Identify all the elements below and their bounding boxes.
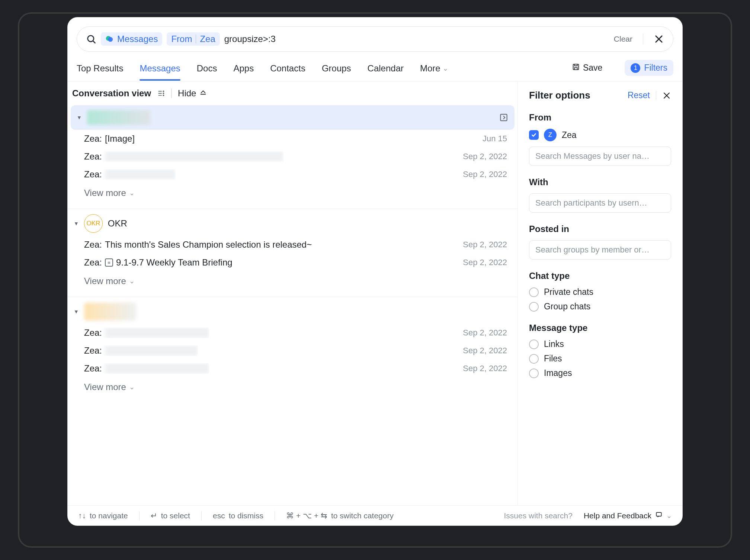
tab-more[interactable]: More ⌄ [420,56,448,80]
search-chip-messages[interactable]: Messages [101,32,162,46]
msg-date: Sep 2, 2022 [463,364,507,373]
caret-down-icon[interactable]: ▼ [77,115,82,120]
chip-divider [196,35,196,44]
message-row[interactable]: Zea: Sep 2, 2022 [68,360,517,377]
message-row[interactable]: Zea: Sep 2, 2022 [68,165,517,183]
msg-author: Zea: [84,133,102,144]
svg-point-3 [108,37,113,42]
view-more-button[interactable]: View more ⌄ [68,271,517,295]
group-header[interactable]: ▼ [68,299,517,324]
radio-group-chats[interactable]: Group chats [529,302,671,312]
reset-button[interactable]: Reset [628,90,650,100]
msg-author: Zea: [84,151,102,162]
svg-point-10 [163,91,164,91]
caret-down-icon[interactable]: ▼ [74,309,79,315]
dismiss-label: to dismiss [229,511,263,520]
esc-key: esc [213,511,225,520]
footer-bar: ↑↓ to navigate ↵ to select esc to dismis… [68,505,682,525]
chip-label: Messages [117,34,158,44]
search-bar[interactable]: Messages From Zea groupsize>:3 Clear [77,26,673,52]
filters-button[interactable]: 1 Filters [625,60,673,76]
msg-date: Jun 15 [483,134,507,144]
group-header[interactable]: ▼ [71,105,515,130]
view-more-label: View more [84,188,126,198]
radio-images[interactable]: Images [529,368,671,378]
radio-links[interactable]: Links [529,339,671,349]
filters-count: 1 [631,63,640,73]
radio-label: Group chats [544,302,590,312]
search-chip-from[interactable]: From Zea [167,32,219,46]
conversation-view-title: Conversation view [72,88,151,99]
doc-icon: ≡ [105,258,113,267]
help-label: Help and Feedback [584,511,651,520]
conversation-view-header: Conversation view Hide [68,81,517,105]
help-feedback-button[interactable]: Help and Feedback ⌄ [584,511,672,520]
posted-in-search-input[interactable] [529,240,671,260]
tab-contacts[interactable]: Contacts [270,56,305,80]
conversation-group: ▼ OKR OKR Zea: This month's Sales Champi… [68,211,517,295]
view-more-label: View more [84,382,126,392]
message-row[interactable]: Zea: This month's Sales Champion selecti… [68,236,517,254]
chevron-down-icon: ⌄ [443,64,448,73]
view-more-button[interactable]: View more ⌄ [68,183,517,206]
search-window: Messages From Zea groupsize>:3 Clear Top… [68,17,682,525]
from-user-chip[interactable]: Z Zea [529,129,671,141]
from-search-input[interactable] [529,147,671,166]
msg-author: Zea: [84,328,102,338]
msg-text-redacted [105,151,283,162]
tab-groups[interactable]: Groups [322,56,351,80]
caret-down-icon[interactable]: ▼ [74,221,79,226]
msg-date: Sep 2, 2022 [463,346,507,355]
checkbox-checked-icon[interactable] [529,130,539,140]
tabs-row: Top Results Messages Docs Apps Contacts … [68,55,682,81]
svg-rect-6 [573,64,579,70]
chevron-down-icon: ⌄ [129,277,135,285]
hide-label: Hide [178,88,196,99]
close-icon[interactable] [654,34,664,44]
updown-icon: ↑↓ [78,511,86,520]
chat-type-label: Chat type [529,271,671,281]
feedback-icon [655,511,663,520]
tab-apps[interactable]: Apps [233,56,254,80]
more-label: More [420,63,440,74]
kbd-navigate: ↑↓ to navigate [78,511,128,520]
msg-date: Sep 2, 2022 [463,240,507,250]
messages-icon [105,35,113,43]
enter-icon: ↵ [151,511,157,520]
search-query-text[interactable]: groupsize>:3 [224,34,609,44]
message-row[interactable]: Zea: [Image] Jun 15 [68,130,517,148]
close-panel-icon[interactable] [662,91,671,100]
tab-messages[interactable]: Messages [140,56,180,80]
list-view-icon[interactable] [157,89,165,97]
filters-label: Filters [644,63,667,73]
message-row[interactable]: Zea: Sep 2, 2022 [68,324,517,342]
conversation-group: ▼ Zea: [Image] Jun 15 Zea: Sep 2, 2022 [68,105,517,206]
radio-label: Links [544,339,564,349]
radio-files[interactable]: Files [529,354,671,364]
msg-text: 9.1-9.7 Weekly Team Briefing [116,257,233,268]
message-row[interactable]: Zea: ≡ 9.1-9.7 Weekly Team Briefing Sep … [68,254,517,271]
tab-calendar[interactable]: Calendar [368,56,404,80]
filter-section-chat-type: Chat type Private chats Group chats [529,271,671,312]
group-header[interactable]: ▼ OKR OKR [68,211,517,236]
msg-text-redacted [105,345,198,356]
message-row[interactable]: Zea: Sep 2, 2022 [68,148,517,165]
hide-button[interactable]: Hide [178,88,207,99]
with-search-input[interactable] [529,193,671,213]
tab-docs[interactable]: Docs [197,56,217,80]
view-more-button[interactable]: View more ⌄ [68,377,517,400]
radio-private-chats[interactable]: Private chats [529,287,671,297]
tab-top-results[interactable]: Top Results [77,56,123,80]
svg-rect-17 [656,512,661,516]
switch-label: to switch category [331,511,394,520]
msg-date: Sep 2, 2022 [463,328,507,338]
open-conversation-icon[interactable] [499,113,509,122]
posted-in-label: Posted in [529,224,671,234]
filter-panel: Filter options Reset From Z Zea [518,81,682,505]
message-row[interactable]: Zea: Sep 2, 2022 [68,342,517,360]
radio-label: Files [544,354,562,364]
clear-button[interactable]: Clear [614,35,632,44]
filter-section-from: From Z Zea [529,112,671,166]
save-button[interactable]: Save [572,55,602,81]
chevron-down-icon: ⌄ [666,512,672,520]
